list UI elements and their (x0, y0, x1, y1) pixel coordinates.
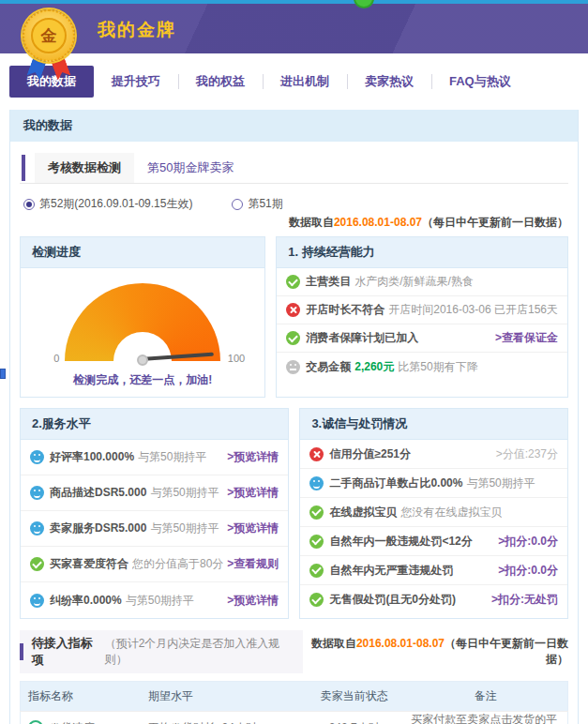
panel-service-level-title: 2.服务水平 (21, 409, 288, 440)
panel-business-capability: 1. 持续经营能力 主营类目 水产肉类/新鲜蔬果/熟食 开店时长不符合 开店时间… (276, 236, 568, 398)
table-row: 24发货速度 平均发货时长≤24小时 242.7小时 买家付款至卖家点击发货的平… (21, 712, 568, 724)
item-label: 纠纷率0.000% (50, 593, 122, 609)
col-expected-level: 期望水平 (141, 682, 305, 712)
list-item: 自然年内一般违规处罚<12分 >扣分:0.0分 (300, 527, 567, 556)
metric-expect: 平均发货时长≤24小时 (141, 712, 305, 724)
period-selector: 第52期(2016.09.01-09.15生效) 第51期 (23, 196, 568, 212)
section-title: 我的数据 (10, 110, 578, 142)
panel-business-capability-body: 主营类目 水产肉类/新鲜蔬果/熟食 开店时长不符合 开店时间2016-03-06… (277, 268, 567, 381)
panel-integrity-penalty: 3.诚信与处罚情况 信用分值≥251分 >分值:237分 二手商品订单数占比0.… (299, 408, 568, 619)
radio-unselected-icon[interactable] (232, 199, 243, 210)
smile-icon (30, 521, 44, 535)
preview-detail-link[interactable]: >预览详情 (227, 449, 279, 465)
progress-gauge: 0 100 (65, 283, 220, 361)
preview-detail-link[interactable]: >预览详情 (227, 520, 279, 536)
subtab-accent-bar (22, 155, 25, 181)
period-52-label: 第52期(2016.09.01-09.15生效) (39, 196, 192, 212)
item-desc: 比第50期有下降 (398, 359, 477, 375)
item-label: 信用分值≥251分 (329, 446, 411, 462)
medal-circle: 金 (23, 9, 75, 62)
period-51-option[interactable]: 第51期 (232, 196, 282, 212)
col-metric-name: 指标名称 (21, 682, 141, 712)
list-item: 信用分值≥251分 >分值:237分 (300, 440, 567, 469)
item-label: 开店时长不符合 (306, 302, 384, 318)
view-rules-link[interactable]: >查看规则 (227, 556, 279, 572)
left-edge-marker (0, 369, 6, 379)
panel-integrity-penalty-title: 3.诚信与处罚情况 (300, 409, 567, 440)
item-label: 自然年内一般违规处罚<12分 (329, 534, 472, 550)
list-item: 纠纷率0.000% 与第50期持平 >预览详情 (21, 582, 288, 618)
panel-service-level-body: 好评率100.000% 与第50期持平 >预览详情 商品描述DSR5.000 与… (21, 440, 288, 618)
data-source-prefix: 数据取自 (289, 216, 334, 229)
metric-note: 买家付款至卖家点击发货的平均时长 (403, 712, 567, 724)
preview-detail-link[interactable]: >预览详情 (227, 485, 279, 501)
ship-speed-24h-icon: 24 (28, 720, 43, 724)
pending-metrics-table: 指标名称 期望水平 卖家当前状态 备注 24发货速度 平均发货时长≤24小时 2… (20, 681, 568, 724)
tab-seller-discussion[interactable]: 卖家热议 (347, 66, 431, 98)
gauge-caption: 检测完成，还差一点，加油! (21, 372, 264, 388)
medal-text: 金 (31, 18, 67, 53)
item-label: 二手商品订单数占比0.00% (329, 475, 462, 491)
item-desc: 水产肉类/新鲜蔬果/熟食 (354, 274, 474, 290)
item-desc: 与第50期持平 (150, 520, 219, 536)
list-item: 在线虚拟宝贝 您没有在线虚拟宝贝 (300, 498, 567, 527)
data-source-note-2: 数据取自2016.08.01-08.07（每日中午更新前一日数据） (303, 636, 568, 668)
panel-service-level: 2.服务水平 好评率100.000% 与第50期持平 >预览详情 商品描述DSR… (20, 408, 289, 619)
gauge-hub (137, 354, 148, 366)
metric-current: 242.7小时 (305, 712, 403, 724)
list-item: 消费者保障计划已加入 >查看保证金 (277, 324, 567, 353)
item-desc: 与第50期持平 (126, 593, 194, 609)
data-source-date: 2016.08.01-08.07 (356, 637, 445, 650)
preview-detail-link[interactable]: >预览详情 (227, 593, 279, 609)
neutral-face-icon (286, 360, 300, 374)
subtab-period50-sellers[interactable]: 第50期金牌卖家 (134, 153, 247, 183)
radio-selected-icon[interactable] (23, 199, 35, 210)
item-label: 好评率100.000% (50, 449, 134, 465)
section-content: 考核数据检测 第50期金牌卖家 第52期(2016.09.01-09.15生效)… (10, 153, 578, 724)
list-item: 主营类目 水产肉类/新鲜蔬果/熟食 (277, 268, 567, 296)
period-51-label: 第51期 (248, 196, 282, 212)
data-source-note: 数据取自2016.08.01-08.07（每日中午更新前一日数据） (20, 215, 568, 231)
list-item: 自然年内无严重违规处罚 >扣分:0.0分 (300, 556, 567, 585)
panel-check-progress-title: 检测进度 (21, 237, 264, 268)
check-icon (286, 331, 300, 345)
item-label: 商品描述DSR5.000 (50, 485, 146, 501)
deduction-link[interactable]: >扣分:0.0分 (498, 534, 558, 550)
item-label: 在线虚拟宝贝 (329, 505, 397, 520)
period-52-option[interactable]: 第52期(2016.09.01-09.15生效) (23, 196, 192, 212)
col-remark: 备注 (403, 682, 567, 712)
data-source-date: 2016.08.01-08.07 (334, 216, 422, 229)
tab-entry-exit[interactable]: 进出机制 (263, 66, 347, 98)
transaction-amount: 2,260元 (354, 359, 394, 375)
gauge-min-label: 0 (53, 353, 59, 364)
check-icon (309, 535, 324, 549)
item-desc: 与第50期持平 (138, 449, 206, 465)
check-icon (30, 557, 44, 571)
item-label: 交易金额 (306, 359, 351, 375)
tab-my-benefits[interactable]: 我的权益 (178, 66, 263, 98)
list-item: 无售假处罚(且无0分处罚) >扣分:无处罚 (300, 585, 567, 614)
tab-faq[interactable]: FAQ与热议 (431, 66, 529, 98)
tab-improve-skills[interactable]: 提升技巧 (94, 66, 178, 98)
top-nav-tabs: 我的数据 提升技巧 我的权益 进出机制 卖家热议 FAQ与热议 (0, 53, 588, 110)
deduction-link[interactable]: >扣分:0.0分 (498, 563, 558, 579)
subtab-assessment-check[interactable]: 考核数据检测 (35, 153, 134, 183)
credit-score-note: >分值:237分 (496, 446, 558, 462)
deduction-link[interactable]: >扣分:无处罚 (491, 592, 558, 608)
panel-integrity-penalty-body: 信用分值≥251分 >分值:237分 二手商品订单数占比0.00% 与第50期持… (300, 440, 567, 614)
check-icon (309, 564, 324, 578)
view-deposit-link[interactable]: >查看保证金 (495, 330, 558, 346)
pending-indicators-header: 待接入指标项 （预计2个月内决定是否加入准入规则） 数据取自2016.08.01… (20, 630, 568, 673)
cross-icon (286, 303, 300, 317)
data-source-prefix: 数据取自 (311, 637, 356, 650)
smile-icon (30, 594, 44, 608)
item-desc: 您的分值高于80分 (132, 556, 223, 572)
item-desc: 您没有在线虚拟宝贝 (400, 505, 502, 520)
metric-name: 发货速度 (50, 720, 95, 724)
data-source-suffix: （每日中午更新前一日数据） (422, 216, 568, 229)
gauge-body: 0 100 检测完成，还差一点，加油! (21, 283, 264, 397)
item-label: 无售假处罚(且无0分处罚) (329, 592, 456, 608)
item-label: 消费者保障计划已加入 (306, 330, 418, 346)
panel-business-capability-title: 1. 持续经营能力 (277, 237, 567, 268)
check-icon (309, 593, 324, 607)
